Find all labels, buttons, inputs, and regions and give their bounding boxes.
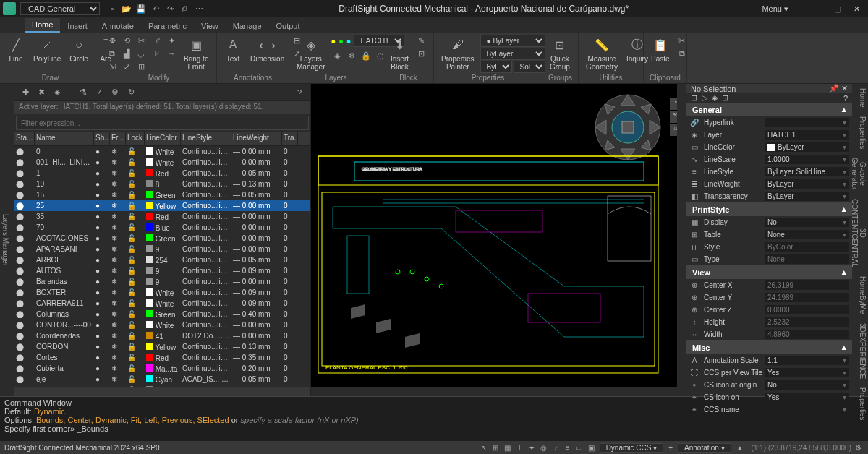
tab-home[interactable]: Home [25,18,60,33]
bring-to-front[interactable]: ▣Bring to Front [181,35,211,72]
sb-plus-icon[interactable]: + [666,444,675,452]
layer-refresh-icon[interactable]: ↻ [124,86,137,99]
prop-row[interactable]: ⊕Center Z0.0000 [686,304,852,316]
prop-row[interactable]: ⊕Center Y24.1989 [686,291,852,304]
rtab-3dexp[interactable]: 3DEXPERIENCE [852,319,868,383]
sb-ccs-field[interactable]: Dynamic CCS ▾ [600,443,664,453]
minimize-button[interactable]: ─ [810,2,827,15]
layer-row[interactable]: ⬤ARBOL●❄🔓 254Continuo...lid line— 0.05 m… [14,254,310,265]
layer-row[interactable]: ⬤0●❄🔓 WhiteContinuo...lid line— 0.00 mm0 [14,146,310,157]
prop-row[interactable]: 🔗Hyperlink ▾ [686,116,852,129]
layer-row[interactable]: ⬤AUTOS●❄🔓 9Continuo...lid line— 0.09 mm0 [14,265,310,276]
block-edit-icon[interactable]: ✎ [414,35,427,46]
sb-cursor-icon[interactable]: ↖ [479,444,489,452]
fillet-icon[interactable]: ◡ [135,48,148,59]
prop-row[interactable]: ⤡LineScale1.0000 ▾ [686,153,852,166]
tab-insert[interactable]: Insert [60,20,95,33]
prop-row[interactable]: ▭LineColorByLayer ▾ [686,141,852,153]
rtab-3dcc[interactable]: 3D CONTENTCENTRAL [852,194,868,272]
rtab-properties2[interactable]: Properties [852,383,868,425]
rotate-icon[interactable]: ⟲ [120,35,133,46]
rtab-homebyme[interactable]: HomeByMe [852,272,868,318]
layer-row[interactable]: ⬤35●❄🔓 RedContinuo...lid line— 0.00 mm0 [14,211,310,222]
layer-row[interactable]: ⬤10●❄🔓 8Continuo...lid line— 0.13 mm0 [14,179,310,189]
layer-iso-icon[interactable]: ◈ [331,50,344,61]
sb-ortho-icon[interactable]: ⊥ [514,444,525,452]
canvas-hscroll[interactable] [311,387,686,396]
layer-row[interactable]: ⬤CARRERA911●❄🔓 WhiteContinuo...lid line—… [14,298,310,309]
layer-check-icon[interactable]: ✓ [93,86,106,99]
trim-icon[interactable]: ✂ [135,35,148,46]
prop-row[interactable]: ⊕Center X26.3199 [686,279,852,291]
qat-print-icon[interactable]: ⎙ [178,2,191,15]
rtab-properties[interactable]: Properties [852,112,868,154]
sb-lw-icon[interactable]: ≡ [563,444,572,452]
text-tool[interactable]: AText [221,35,244,64]
layer-row[interactable]: ⬤70●❄🔓 BlueContinuo...lid line— 0.00 mm0 [14,222,310,233]
rtab-home[interactable]: Home [852,84,868,112]
sb-anno-field[interactable]: Annotation ▾ [678,443,731,453]
prop-tool-2-icon[interactable]: ▷ [702,93,707,103]
layer-row[interactable]: ⬤BOXTER●❄🔓 WhiteContinuo...lid line— 0.0… [14,287,310,298]
prop-row[interactable]: ≣LineWeightByLayer ▾ [686,178,852,190]
menu-button[interactable]: Menu ▾ [762,4,788,14]
prop-row[interactable]: ⫼StyleByColor [686,241,852,253]
linetype-dropdown[interactable]: ByLayer [480,48,545,60]
prop-section-view[interactable]: View▴ [686,265,852,279]
mirror-icon[interactable]: ▟ [120,48,133,59]
prop-row[interactable]: ▦DisplayNo ▾ [686,216,852,228]
sb-config-icon[interactable]: ⚙ [853,444,864,452]
line-tool[interactable]: ╱Line [4,35,27,64]
layer-row[interactable]: ⬤Columnas●❄🔓 GreenContinuo...lid line— 0… [14,309,310,320]
prop-help-icon[interactable]: ? [843,94,848,103]
layer-row[interactable]: ⬤Coordenadas●❄🔓 41DOT2 Do........— 0.00 … [14,330,310,341]
prop-row[interactable]: ◧TransparencyByLayer ▾ [686,190,852,202]
prop-tool-3-icon[interactable]: ◈ [712,93,718,103]
layer-row[interactable]: ⬤Barandas●❄🔓 9Continuo...lid line— 0.00 … [14,276,310,287]
tab-view[interactable]: View [194,20,226,33]
cut-icon[interactable]: ✂ [676,35,689,46]
qat-new-icon[interactable]: ▫ [106,2,119,15]
measure-geometry[interactable]: 📏Measure Geometry [583,35,621,72]
layer-lock-icon[interactable]: 🔒 [359,50,373,61]
delete-layer-icon[interactable]: ✖ [35,86,48,99]
drawing-canvas[interactable]: ▫ 90 ⌂ [311,84,686,396]
rtab-gcode[interactable]: G-code Generator [852,153,868,194]
stretch-icon[interactable]: ⇲ [106,61,119,72]
layer-row[interactable]: ⬤CORDON●❄🔓 YellowContinuo...lid line— 0.… [14,341,310,352]
properties-painter[interactable]: 🖌Properties Painter [438,35,477,72]
color-dropdown[interactable]: ● ByLayer [480,35,545,47]
prop-row[interactable]: ◈LayerHATCH1 ▾ [686,129,852,141]
lineweight-dropdown[interactable]: ByLayer [480,61,512,73]
prop-row[interactable]: ⊞TableNone ▾ [686,228,852,241]
sb-polar-icon[interactable]: ✦ [527,444,537,452]
sb-qinput-icon[interactable]: ▭ [574,444,584,452]
prop-row[interactable]: ↕Height2.5232 [686,316,852,328]
prop-row[interactable]: ⛶CCS per View TileYes ▾ [686,367,852,379]
insert-block[interactable]: ⬇Insert Block [388,35,412,72]
move-icon[interactable]: ✥ [106,35,119,46]
sb-snap-icon[interactable]: ⊞ [490,444,501,452]
prop-row[interactable]: ≡LineStyleByLayer Solid line ▾ [686,166,852,178]
prop-row[interactable]: ⌖CS icon onYes ▾ [686,391,852,403]
maximize-button[interactable]: ▢ [829,2,846,15]
qat-open-icon[interactable]: 📂 [120,2,133,15]
layer-state-icon[interactable]: ◈ [51,86,64,99]
prop-section-general[interactable]: General▴ [686,103,852,116]
layer-help-icon[interactable]: ? [293,86,306,99]
layer-row[interactable]: ⬤001_HI..._LINIEN●❄🔓 WhiteContinuo...lid… [14,157,310,168]
layer-row[interactable]: ⬤1●❄🔓 RedContinuo...lid line— 0.05 mm0 [14,168,310,179]
prop-tool-4-icon[interactable]: ⊡ [722,93,728,103]
prop-pin-icon[interactable]: 📌 [829,84,839,93]
new-layer-icon[interactable]: ✚ [19,86,32,99]
polyline-tool[interactable]: ⟋PolyLine [30,35,64,64]
layers-manager-tab-bottom[interactable]: Layers Manager [1,87,9,393]
explode-icon[interactable]: ✦ [165,35,178,46]
sb-esnap-icon[interactable]: ◎ [538,444,549,452]
prop-tool-1-icon[interactable]: ⊞ [691,93,697,103]
layer-row[interactable]: ⬤25●❄🔓 YellowContinuo...lid line— 0.00 m… [14,200,310,211]
qat-redo-icon[interactable]: ↷ [163,2,176,15]
block-attr-icon[interactable]: ⊡ [414,48,427,59]
layer-row[interactable]: ⬤eje●❄🔓 CyanACAD_IS... _ _ .— 0.05 mm0 [14,374,310,385]
prop-row[interactable]: ↔Width4.8960 [686,328,852,340]
